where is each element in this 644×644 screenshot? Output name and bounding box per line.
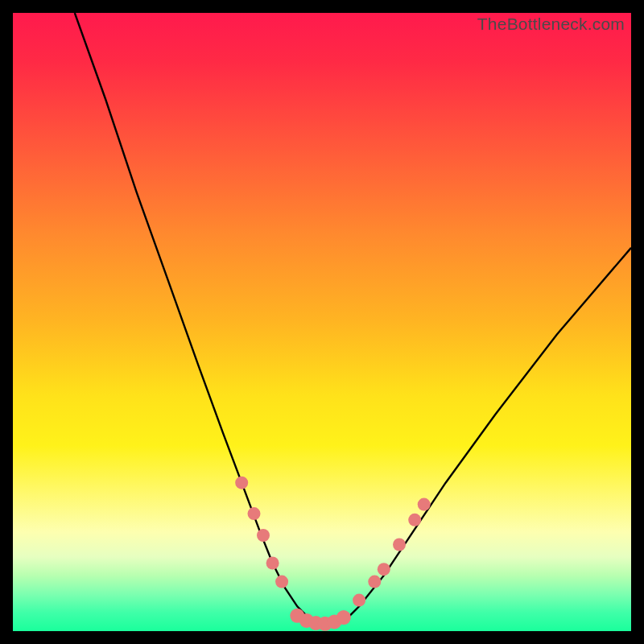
curve-marker [248, 507, 261, 520]
curve-markers [235, 477, 431, 631]
curve-marker [257, 529, 270, 542]
curve-marker [266, 557, 279, 570]
curve-marker [275, 576, 288, 588]
curve-marker [368, 576, 381, 588]
curve-line [75, 13, 631, 625]
plot-area [13, 13, 631, 631]
curve-marker [235, 477, 248, 489]
chart-frame: TheBottleneck.com [0, 0, 644, 644]
curve-marker [378, 563, 390, 576]
curve-marker [336, 610, 351, 625]
curve-marker [393, 539, 406, 551]
bottleneck-curve [13, 13, 631, 631]
curve-marker [418, 498, 431, 511]
curve-marker [408, 514, 421, 526]
curve-marker [353, 594, 365, 607]
